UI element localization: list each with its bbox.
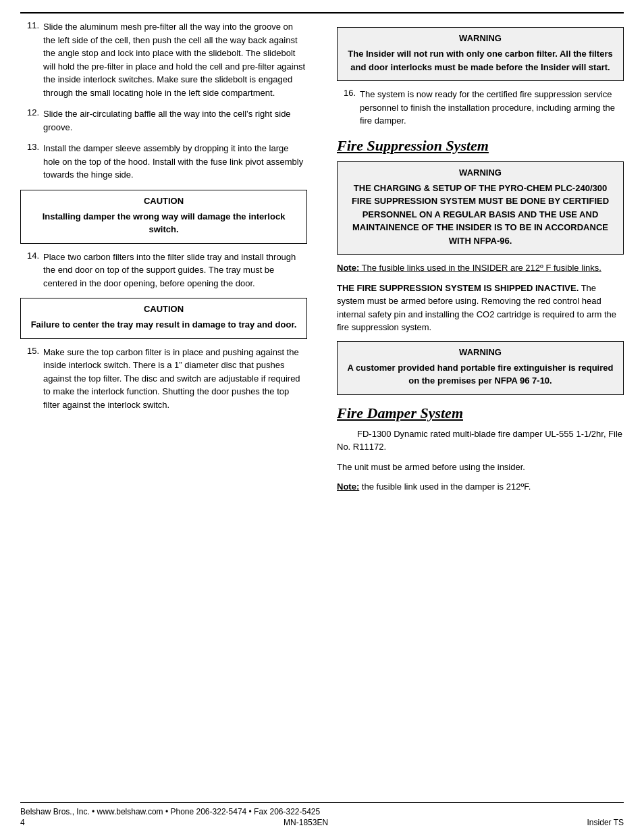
list-item: 14. Place two carbon filters into the fi…	[20, 251, 307, 290]
warning-title-3: WARNING	[347, 347, 614, 357]
list-item: 13. Install the damper sleeve assembly b…	[20, 142, 307, 182]
item-text: Install the damper sleeve assembly by dr…	[43, 142, 307, 182]
caution-title-2: CAUTION	[30, 304, 297, 314]
note-text-1: The fusible links used in the INSIDER ar…	[359, 263, 601, 273]
content-area: 11. Slide the aluminum mesh pre-filter a…	[0, 14, 644, 796]
warning-box-2: WARNING THE CHARGING & SETUP OF THE PYRO…	[337, 161, 624, 255]
warning-body-2: THE CHARGING & SETUP OF THE PYRO-CHEM PL…	[347, 182, 614, 248]
caution-box-1: CAUTION Installing damper the wrong way …	[20, 190, 307, 244]
item-number: 11.	[20, 20, 39, 99]
right-column: WARNING The Insider will not run with on…	[330, 20, 624, 796]
item-text: Place two carbon filters into the filter…	[43, 251, 307, 290]
fire-suppression-heading: Fire Suppression System	[337, 137, 624, 155]
note-label-1: Note:	[337, 263, 359, 273]
footer-rule	[20, 802, 624, 803]
footer-model-number: MN-1853EN	[284, 818, 328, 827]
item-text: Slide the air-circulating baffle all the…	[43, 107, 307, 134]
caution-body-1: Installing damper the wrong way will dam…	[30, 210, 297, 236]
item-text: The system is now ready for the certifie…	[360, 88, 624, 128]
fire-damper-para-2: The unit must be armed before using the …	[337, 461, 624, 474]
item-text: Make sure the top carbon filter is in pl…	[43, 346, 307, 412]
item-number: 13.	[20, 142, 39, 182]
left-column: 11. Slide the aluminum mesh pre-filter a…	[20, 20, 314, 796]
fire-damper-para-1: FD-1300 Dynamic rated multi-blade fire d…	[337, 427, 624, 454]
warning-title-1: WARNING	[347, 33, 614, 43]
footer-page-number: 4	[20, 818, 25, 827]
list-item: 11. Slide the aluminum mesh pre-filter a…	[20, 20, 307, 99]
list-item: 12. Slide the air-circulating baffle all…	[20, 107, 307, 134]
note-1: Note: The fusible links used in the INSI…	[337, 261, 624, 275]
fire-damper-note: Note: the fusible link used in the dampe…	[337, 480, 624, 494]
item-number: 12.	[20, 107, 39, 134]
caution-title-1: CAUTION	[30, 196, 297, 206]
shipped-inactive-label: THE FIRE SUPPRESSION SYSTEM IS SHIPPED I…	[337, 283, 579, 293]
fire-damper-heading: Fire Damper System	[337, 405, 624, 422]
fire-suppression-body: THE FIRE SUPPRESSION SYSTEM IS SHIPPED I…	[337, 282, 624, 334]
warning-body-3: A customer provided hand portable fire e…	[347, 361, 614, 388]
item-number: 14.	[20, 251, 39, 290]
page: 11. Slide the aluminum mesh pre-filter a…	[0, 0, 644, 834]
footer-company: Belshaw Bros., Inc. • www.belshaw.com • …	[20, 807, 320, 816]
fire-damper-note-label: Note:	[337, 481, 359, 492]
caution-box-2: CAUTION Failure to center the tray may r…	[20, 298, 307, 339]
list-item: 16. The system is now ready for the cert…	[337, 88, 624, 128]
list-item: 15. Make sure the top carbon filter is i…	[20, 346, 307, 412]
warning-title-2: WARNING	[347, 167, 614, 178]
footer-bottom: 4 MN-1853EN Insider TS	[0, 818, 644, 834]
warning-box-3: WARNING A customer provided hand portabl…	[337, 341, 624, 395]
item-text: Slide the aluminum mesh pre-filter all t…	[43, 20, 307, 99]
footer-company-line: Belshaw Bros., Inc. • www.belshaw.com • …	[0, 806, 644, 818]
footer-product-name: Insider TS	[587, 818, 624, 827]
item-number: 15.	[20, 346, 39, 412]
caution-body-2: Failure to center the tray may result in…	[30, 318, 297, 332]
warning-body-1: The Insider will not run with only one c…	[347, 47, 614, 74]
item-number: 16.	[337, 88, 356, 128]
fire-damper-note-text: the fusible link used in the damper is 2…	[359, 481, 531, 492]
warning-box-1: WARNING The Insider will not run with on…	[337, 27, 624, 81]
